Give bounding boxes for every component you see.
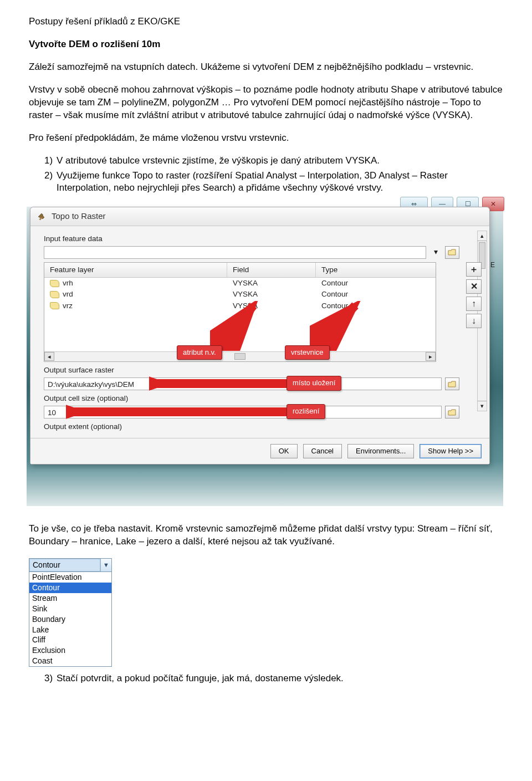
scroll-down-icon[interactable]: ▾ xyxy=(478,401,487,411)
polygon-icon xyxy=(50,280,59,287)
ok-button[interactable]: OK xyxy=(270,444,298,458)
dropdown-option[interactable]: Boundary xyxy=(29,614,111,625)
dropdown-option[interactable]: Lake xyxy=(29,625,111,635)
paragraph: To je vše, co je třeba nastavit. Kromě v… xyxy=(29,523,503,548)
label-input-feature: Input feature data xyxy=(44,234,459,244)
browse-button[interactable] xyxy=(445,406,459,418)
polygon-icon xyxy=(50,302,59,309)
hammer-icon xyxy=(36,211,47,222)
doc-subtitle: Vytvořte DEM o rozlišení 10m xyxy=(29,38,503,51)
dropdown-selected[interactable]: Contour xyxy=(30,559,100,571)
dropdown-option[interactable]: Stream xyxy=(29,593,111,604)
input-feature-field[interactable] xyxy=(44,246,426,259)
col-field: Field xyxy=(227,263,316,277)
callout-storage: místo uložení xyxy=(287,376,341,391)
paragraph: Pro řešení předpokládám, že máme vloženo… xyxy=(29,132,503,145)
col-feature-layer: Feature layer xyxy=(44,263,227,277)
callout-resolution: rozlišení xyxy=(287,404,325,419)
scroll-up-icon[interactable]: ▴ xyxy=(478,231,487,241)
label-output-raster: Output surface raster xyxy=(44,365,459,375)
side-label: E xyxy=(490,261,495,269)
browse-button[interactable] xyxy=(445,377,459,390)
type-dropdown[interactable]: Contour ▼ PointElevation Contour Stream … xyxy=(29,558,112,667)
svg-line-1 xyxy=(221,305,253,346)
list-item: 3)Stačí potvrdit, a pokud počítač funguj… xyxy=(44,672,503,685)
browse-button[interactable] xyxy=(445,246,459,259)
dropdown-option[interactable]: Contour xyxy=(29,583,111,593)
dropdown-option[interactable]: PointElevation xyxy=(29,572,111,583)
table-scrollbar[interactable]: ◂▸ xyxy=(44,351,436,361)
dialog-screenshot: ⇔ — ☐ ✕ Topo to Raster ▴ ▾ E Input featu… xyxy=(27,207,503,506)
polygon-icon xyxy=(50,291,59,298)
move-down-button[interactable]: ↓ xyxy=(466,314,482,328)
dropdown-option[interactable]: Sink xyxy=(29,604,111,614)
dropdown-icon[interactable]: ▾ xyxy=(429,247,442,257)
callout-attribute: atribut n.v. xyxy=(177,345,222,360)
dropdown-option[interactable]: Cliff xyxy=(29,635,111,645)
list-item: 2)Využijeme funkce Topo to raster (rozší… xyxy=(44,170,503,195)
remove-button[interactable]: ✕ xyxy=(466,279,482,294)
dropdown-option[interactable]: Coast xyxy=(29,656,111,666)
dialog-titlebar[interactable]: Topo to Raster xyxy=(30,207,489,226)
label-cellsize: Output cell size (optional) xyxy=(44,394,459,404)
doc-title: Postupy řešení příkladů z EKO/GKE xyxy=(29,16,503,28)
dropdown-option[interactable]: Exclusion xyxy=(29,645,111,656)
svg-line-2 xyxy=(315,305,355,346)
label-extent: Output extent (optional) xyxy=(44,422,459,432)
callout-vrstevnice: vrstevnice xyxy=(285,345,330,360)
table-row[interactable]: vrh VYSKA Contour xyxy=(44,278,436,289)
col-type: Type xyxy=(316,263,436,277)
paragraph: Záleží samozřejmě na vstupních datech. U… xyxy=(29,61,503,74)
add-button[interactable]: ＋ xyxy=(466,262,482,277)
cancel-button[interactable]: Cancel xyxy=(303,444,342,458)
list-item: 1)V atributové tabulce vrstevnic zjistím… xyxy=(44,155,503,167)
environments-button[interactable]: Environments... xyxy=(347,444,414,458)
move-up-button[interactable]: ↑ xyxy=(466,297,482,311)
paragraph: Vrstvy v sobě obecně mohou zahrnovat výš… xyxy=(29,84,503,122)
chevron-down-icon[interactable]: ▼ xyxy=(100,559,111,571)
table-row[interactable]: vrd VYSKA Contour xyxy=(44,289,436,300)
show-help-button[interactable]: Show Help >> xyxy=(420,444,482,458)
dialog-title: Topo to Raster xyxy=(52,211,106,222)
